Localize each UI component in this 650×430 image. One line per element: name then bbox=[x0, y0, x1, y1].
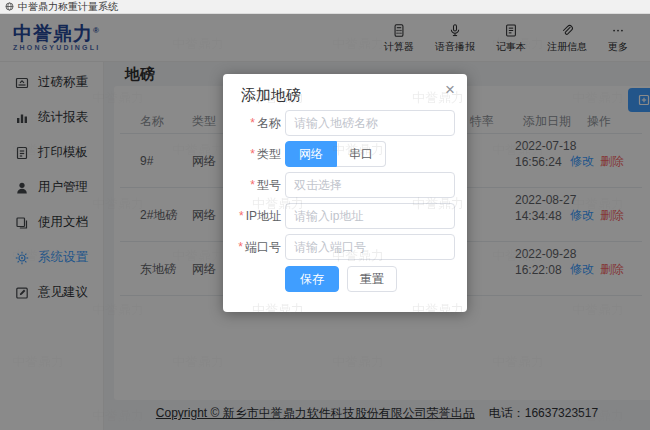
save-button[interactable]: 保存 bbox=[285, 266, 339, 292]
model-input[interactable] bbox=[285, 172, 455, 198]
port-label: 端口号 bbox=[245, 240, 281, 254]
window-title: 中誉鼎力称重计量系统 bbox=[18, 0, 118, 14]
required-mark: * bbox=[250, 116, 255, 130]
app-globe-icon bbox=[5, 2, 14, 11]
window-titlebar: 中誉鼎力称重计量系统 bbox=[0, 0, 650, 14]
modal-buttons: 保存 重置 bbox=[285, 266, 455, 292]
required-mark: * bbox=[250, 147, 255, 161]
form-row-port: *端口号 bbox=[223, 234, 455, 260]
close-icon[interactable]: × bbox=[445, 80, 455, 100]
ip-address-input[interactable] bbox=[285, 203, 455, 229]
model-label: 型号 bbox=[257, 178, 281, 192]
type-segmented-control: 网络 串口 bbox=[285, 141, 386, 167]
modal-form: *名称 *类型 网络 串口 *型号 *IP地址 *端口号 bbox=[223, 110, 455, 292]
port-input[interactable] bbox=[285, 234, 455, 260]
app-window: 中誉鼎力称重计量系统 中誉鼎力® ZHONGYUDINGLI 计算器 语音播报 bbox=[0, 0, 650, 430]
reset-button[interactable]: 重置 bbox=[347, 266, 397, 292]
type-option-serial[interactable]: 串口 bbox=[337, 141, 386, 167]
ip-label: IP地址 bbox=[246, 209, 281, 223]
required-mark: * bbox=[250, 178, 255, 192]
form-row-model: *型号 bbox=[223, 172, 455, 198]
modal-title: 添加地磅 bbox=[241, 86, 301, 105]
form-row-name: *名称 bbox=[223, 110, 455, 136]
form-row-ip: *IP地址 bbox=[223, 203, 455, 229]
form-row-type: *类型 网络 串口 bbox=[223, 141, 455, 167]
name-label: 名称 bbox=[257, 116, 281, 130]
type-option-network[interactable]: 网络 bbox=[285, 141, 337, 167]
required-mark: * bbox=[238, 240, 243, 254]
add-weighbridge-modal: 添加地磅 × *名称 *类型 网络 串口 *型号 *IP地址 bbox=[223, 74, 467, 312]
required-mark: * bbox=[239, 209, 244, 223]
name-input[interactable] bbox=[285, 110, 455, 136]
type-label: 类型 bbox=[257, 147, 281, 161]
